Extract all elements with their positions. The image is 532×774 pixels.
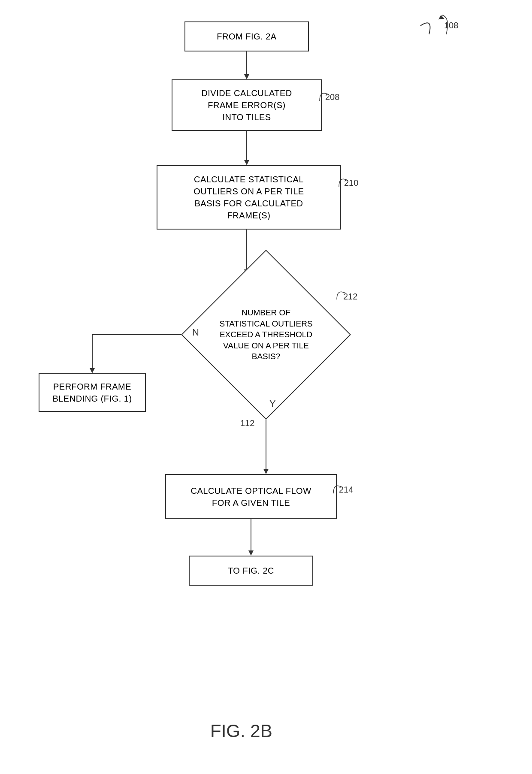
box-from-fig2a-label: FROM FIG. 2A [217, 30, 276, 42]
svg-marker-13 [438, 15, 444, 20]
svg-marker-1 [244, 74, 249, 79]
box-to-fig2c-label: TO FIG. 2C [228, 565, 274, 577]
box-from-fig2a: FROM FIG. 2A [184, 21, 309, 51]
fig-label: FIG. 2B [210, 721, 272, 741]
diamond-outliers-text: NUMBER OFSTATISTICAL OUTLIERSEXCEED A TH… [206, 275, 326, 395]
box-to-fig2c: TO FIG. 2C [189, 556, 313, 586]
label-n: N [192, 327, 199, 338]
svg-marker-10 [263, 469, 269, 474]
box-divide-tiles-label: DIVIDE CALCULATEDFRAME ERROR(S)INTO TILE… [201, 87, 292, 123]
ref-208: 208 [325, 92, 339, 102]
ref-112: 112 [240, 418, 254, 428]
box-calc-optical-flow: CALCULATE OPTICAL FLOWFOR A GIVEN TILE [165, 474, 337, 519]
diagram-container: FROM FIG. 2A DIVIDE CALCULATEDFRAME ERRO… [0, 0, 532, 774]
diamond-outliers-wrapper: NUMBER OFSTATISTICAL OUTLIERSEXCEED A TH… [206, 275, 326, 395]
label-y: Y [269, 398, 276, 409]
ref-210: 210 [344, 178, 358, 188]
box-divide-tiles: DIVIDE CALCULATEDFRAME ERROR(S)INTO TILE… [172, 79, 322, 131]
svg-marker-8 [90, 368, 95, 373]
ref-212: 212 [343, 292, 357, 302]
ref-214: 214 [339, 485, 353, 495]
box-calc-statistical: CALCULATE STATISTICALOUTLIERS ON A PER T… [157, 165, 341, 230]
box-calc-optical-flow-label: CALCULATE OPTICAL FLOWFOR A GIVEN TILE [190, 485, 311, 509]
ref-108: 108 [444, 21, 458, 30]
box-calc-statistical-label: CALCULATE STATISTICALOUTLIERS ON A PER T… [193, 173, 304, 221]
svg-marker-12 [248, 550, 254, 556]
svg-marker-3 [244, 160, 249, 165]
box-perform-blending: PERFORM FRAMEBLENDING (FIG. 1) [39, 373, 146, 412]
box-perform-blending-label: PERFORM FRAMEBLENDING (FIG. 1) [52, 381, 132, 405]
